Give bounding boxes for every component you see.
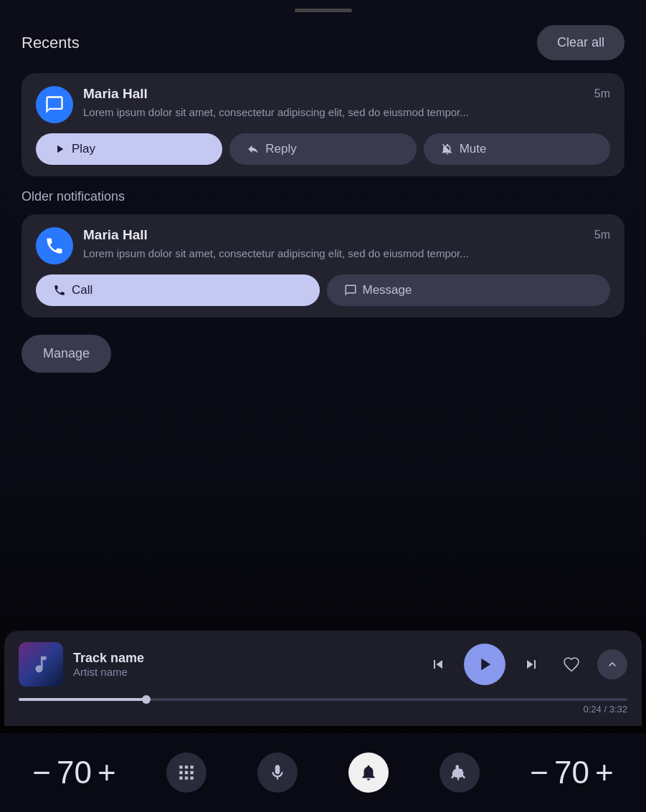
screen-bg: Recents Clear all Maria Hall 5m Lorem ip… <box>0 0 646 812</box>
phone-avatar <box>36 227 73 264</box>
grid-button[interactable] <box>166 753 206 793</box>
play-label: Play <box>72 142 95 156</box>
notifications-panel: Recents Clear all Maria Hall 5m Lorem ip… <box>0 18 646 387</box>
clear-all-button[interactable]: Clear all <box>537 25 624 60</box>
recent-notif-content: Maria Hall 5m Lorem ipsum dolor sit amet… <box>83 86 610 120</box>
mute-icon <box>441 143 454 156</box>
play-pause-button[interactable] <box>464 644 505 685</box>
progress-bar-bg[interactable] <box>19 698 627 701</box>
panel-header: Recents Clear all <box>22 25 624 60</box>
reply-label: Reply <box>265 142 296 156</box>
bottom-taskbar: − 70 + − <box>0 733 646 812</box>
recent-notif-time: 5m <box>594 87 610 100</box>
top-bar <box>0 0 646 18</box>
recent-notif-name: Maria Hall <box>83 86 148 102</box>
reply-icon <box>247 143 260 156</box>
play-pause-icon <box>475 654 495 674</box>
older-notif-content: Maria Hall 5m Lorem ipsum dolor sit amet… <box>83 227 610 261</box>
album-art <box>19 642 63 687</box>
vol-left-minus[interactable]: − <box>32 757 51 788</box>
media-top-row: Track name Artist name <box>19 642 627 687</box>
media-player: Track name Artist name <box>4 631 642 726</box>
expand-player-button[interactable] <box>597 649 627 679</box>
recent-notif-actions: Play Reply Mute <box>36 133 610 165</box>
track-name: Track name <box>73 651 414 666</box>
recents-title: Recents <box>22 34 80 52</box>
reply-button[interactable]: Reply <box>229 133 416 165</box>
progress-times: 0:24 / 3:32 <box>19 704 627 715</box>
chevron-up-icon <box>605 657 619 672</box>
recent-notif-message: Lorem ipsum dolor sit amet, consectetur … <box>83 105 610 120</box>
progress-container: 0:24 / 3:32 <box>19 695 627 719</box>
vol-left-value: 70 <box>57 757 92 788</box>
album-art-inner <box>19 642 63 687</box>
media-controls <box>424 644 627 685</box>
notif-top-row: Maria Hall 5m Lorem ipsum dolor sit amet… <box>36 86 610 123</box>
volume-right-control: − 70 + <box>530 757 613 788</box>
message-avatar-icon <box>44 95 65 115</box>
bell-button[interactable] <box>348 753 389 793</box>
chat-icon <box>344 284 357 297</box>
play-button[interactable]: Play <box>36 133 222 165</box>
drag-handle <box>295 9 352 12</box>
heart-icon <box>563 656 580 673</box>
bell-icon <box>359 763 378 782</box>
microphone-button[interactable] <box>257 753 298 793</box>
older-notif-name-row: Maria Hall 5m <box>83 227 610 243</box>
skip-next-icon <box>523 656 540 673</box>
play-icon <box>53 143 66 156</box>
message-button[interactable]: Message <box>327 274 611 306</box>
fan-button[interactable] <box>440 753 480 793</box>
favorite-button[interactable] <box>557 650 586 679</box>
volume-left-control: − 70 + <box>32 757 115 788</box>
older-notif-name: Maria Hall <box>83 227 148 243</box>
prev-track-button[interactable] <box>424 650 452 679</box>
track-info: Track name Artist name <box>73 651 414 678</box>
vol-left-plus[interactable]: + <box>98 757 116 788</box>
older-notif-time: 5m <box>594 229 610 242</box>
older-notif-top-row: Maria Hall 5m Lorem ipsum dolor sit amet… <box>36 227 610 264</box>
grid-icon <box>177 763 196 782</box>
progress-bar-fill <box>19 698 146 701</box>
skip-previous-icon <box>429 656 447 673</box>
vol-right-value: 70 <box>554 757 589 788</box>
manage-button[interactable]: Manage <box>22 335 111 373</box>
vol-right-minus[interactable]: − <box>530 757 548 788</box>
mute-button[interactable]: Mute <box>424 133 610 165</box>
phone-avatar-icon <box>44 236 65 256</box>
artist-name: Artist name <box>73 666 414 678</box>
older-notification-card: Maria Hall 5m Lorem ipsum dolor sit amet… <box>22 214 624 317</box>
fan-icon <box>450 763 469 782</box>
call-button[interactable]: Call <box>36 274 320 306</box>
mute-label: Mute <box>460 142 487 156</box>
microphone-icon <box>268 763 287 782</box>
message-label: Message <box>363 283 412 297</box>
next-track-button[interactable] <box>517 650 546 679</box>
music-note-icon <box>30 654 52 675</box>
notif-name-row: Maria Hall 5m <box>83 86 610 102</box>
older-notif-message: Lorem ipsum dolor sit amet, consectetur … <box>83 246 610 261</box>
progress-thumb <box>142 695 151 704</box>
vol-right-plus[interactable]: + <box>595 757 614 788</box>
older-notifications-label: Older notifications <box>22 189 624 204</box>
call-label: Call <box>72 283 92 297</box>
older-notif-actions: Call Message <box>36 274 610 306</box>
call-icon <box>53 284 66 297</box>
message-avatar <box>36 86 73 123</box>
recent-notification-card: Maria Hall 5m Lorem ipsum dolor sit amet… <box>22 73 624 176</box>
progress-time: 0:24 / 3:32 <box>584 704 627 715</box>
